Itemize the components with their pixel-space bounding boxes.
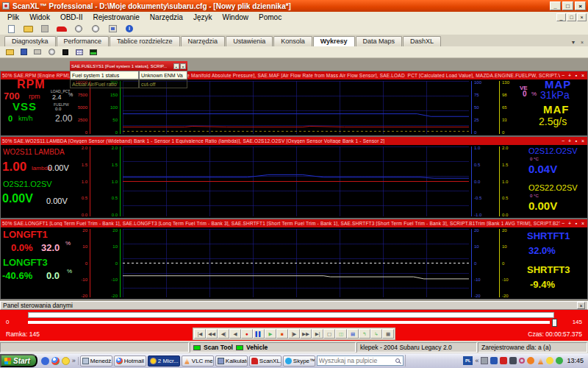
data-control-panel-titlebar[interactable]: Panel sterowania danymi × [0,301,588,310]
minimize-button[interactable]: _ [550,1,561,10]
frame-slider-thumb[interactable] [552,319,557,327]
tab-wykresy[interactable]: Wykresy [313,36,355,46]
close-button[interactable]: × [575,1,586,10]
close-icon[interactable]: × [180,63,186,69]
scroll-tabs-icon[interactable]: ▼ [570,40,577,45]
desktop-search-box[interactable] [317,355,404,366]
close-icon[interactable]: × [580,138,586,144]
tab-performance[interactable]: Performance [57,36,110,46]
open-config-icon[interactable] [4,47,15,57]
mdi-close-button[interactable]: × [577,13,587,21]
menu-rejestrowanie[interactable]: Rejestrowanie [87,13,144,21]
export-log-button[interactable]: ◫ [335,329,347,339]
info-icon[interactable] [121,24,137,35]
save-log-button[interactable]: ▤ [347,329,359,339]
play-button[interactable]: ▶ [265,329,276,339]
quicklaunch-browser-icon[interactable] [51,357,60,365]
language-indicator[interactable]: PL [463,356,473,365]
graph-panel-lambda-header[interactable]: 50% SAE.WO2S11.LAMBDA [Oxygen Sensor (Wi… [1,137,587,145]
maximize-button[interactable]: □ [562,1,573,10]
tray-ring-icon[interactable] [519,358,525,364]
menu-obd-ii[interactable]: OBD-II [55,13,88,21]
tab-tablice-rozdzielcze[interactable]: Tablice rozdzielcze [110,36,180,46]
play-reverse-button[interactable]: ◀ [229,329,241,339]
zoom-out-icon[interactable]: − [560,138,566,144]
tray-messenger-icon[interactable] [546,357,553,364]
pause-button[interactable]: ▌▌ [253,329,265,339]
restore-icon[interactable]: ▪ [573,72,579,79]
tab-narzedzia[interactable]: Narzędzia [181,36,226,46]
zoom-in-icon[interactable]: + [567,138,573,144]
task-vlc[interactable]: VLC me... [182,355,214,367]
stop-icon[interactable] [60,47,71,57]
tab-data-maps[interactable]: Data Maps [356,36,403,46]
mdi-restore-button[interactable]: □ [567,13,576,21]
new-log-button[interactable]: ▢ [323,329,335,339]
save-config-icon[interactable] [18,47,29,57]
mdi-minimize-button[interactable]: _ [556,13,566,21]
close-icon[interactable]: × [577,302,585,309]
close-icon[interactable]: × [580,220,586,227]
log-progress-bar[interactable] [28,312,554,318]
fast-rewind-button[interactable]: ◀◀ [206,329,218,339]
tab-ustawienia[interactable]: Ustawienia [226,36,273,46]
grid-view-button[interactable]: ▦ [382,329,394,339]
plot-area-rpm[interactable] [123,81,469,134]
print-icon[interactable] [32,47,43,57]
tab-diagnostyka[interactable]: Diagnostyka [4,36,56,46]
menu-widok[interactable]: Widok [24,13,55,21]
obd-connect-icon[interactable] [71,24,87,35]
fast-forward-button[interactable]: ▶▶ [300,329,312,339]
task-menedzer[interactable]: Menedż... [80,355,112,367]
search-icon[interactable] [395,358,400,363]
zoom-out-icon[interactable]: − [560,220,566,227]
tray-phone-icon[interactable] [556,357,563,364]
quick-launch-overflow-icon[interactable]: » [72,357,76,364]
quicklaunch-messenger-icon[interactable] [62,357,70,365]
quicklaunch-app-icon[interactable] [41,357,49,365]
record-button[interactable]: ● [241,329,253,339]
tray-update-icon[interactable] [527,357,534,364]
close-icon[interactable]: × [580,72,586,79]
tray-vlc-icon[interactable] [537,357,544,364]
menu-window[interactable]: Window [217,13,254,21]
tab-konsola[interactable]: Konsola [273,36,312,46]
tab-dashxl[interactable]: DashXL [403,36,441,46]
restore-icon[interactable]: ▪ [573,138,579,144]
tray-shield-icon[interactable] [490,357,498,364]
gauge-icon[interactable] [46,47,57,57]
forward-to-end-button[interactable]: ▶| [312,329,323,339]
restore-icon[interactable]: ▪ [573,220,579,227]
plot-area-lambda[interactable] [123,146,469,216]
menu-narzedzia[interactable]: Narzędzia [145,13,188,21]
menu-pomoc[interactable]: Pomoc [254,13,287,21]
new-file-icon[interactable] [3,24,19,35]
detach-icon[interactable]: ▪ [173,63,179,69]
connect-vehicle-icon[interactable] [54,24,70,35]
zoom-in-icon[interactable]: + [567,220,573,227]
menu-plik[interactable]: Plik [2,13,24,21]
param-row[interactable]: Actual Air/Fuel ratio cut-off [70,79,187,88]
fuelsys-float-window[interactable]: SAE.FUELSYS1 [Fuel system 1 status], SCR… [70,61,187,88]
table-icon[interactable] [74,47,85,57]
task-kalkulator[interactable]: Kalkulator [215,355,248,367]
fuelsys-float-titlebar[interactable]: SAE.FUELSYS1 [Fuel system 1 status], SCR… [70,61,187,71]
param-row[interactable]: Fuel system 1 status Unknown ENM Va [70,71,187,79]
task-scanxl[interactable]: ScanXL... [249,355,282,367]
stop-button[interactable]: ■ [276,329,288,339]
rewind-to-start-button[interactable]: |◀ [194,329,206,339]
tray-antivirus-icon[interactable] [500,357,507,364]
step-forward-button[interactable]: |▶ [288,329,300,339]
load-marker-button[interactable]: ↰ [359,329,370,339]
save-marker-button[interactable]: ↳ [370,329,382,339]
plot-area-fueltrim[interactable] [123,229,469,297]
graph-panel-fueltrim-header[interactable]: 50% SAE.LONGFT1 [Long Term Fuel Trim - B… [1,219,587,227]
step-back-button[interactable]: ◀| [218,329,229,339]
tray-network-icon[interactable] [509,357,517,364]
preferences-icon[interactable] [104,24,121,35]
save-file-icon[interactable] [37,24,53,35]
task-hotmail[interactable]: Hotmail ... [114,355,146,367]
obd-monitor-icon[interactable] [87,24,104,35]
task-skype[interactable]: Skype™... [283,355,315,367]
open-file-icon[interactable] [20,24,36,35]
